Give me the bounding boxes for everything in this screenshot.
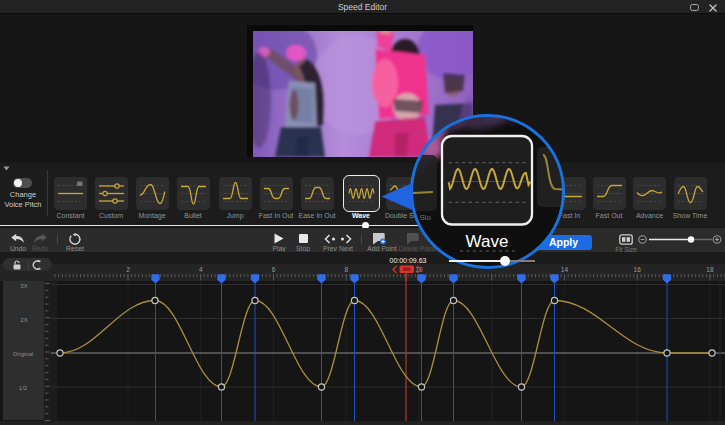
svg-text:Wave: Wave	[466, 232, 509, 251]
svg-text:1/2: 1/2	[19, 385, 28, 391]
svg-text:Original: Original	[13, 351, 34, 357]
svg-text:2X: 2X	[20, 317, 27, 323]
